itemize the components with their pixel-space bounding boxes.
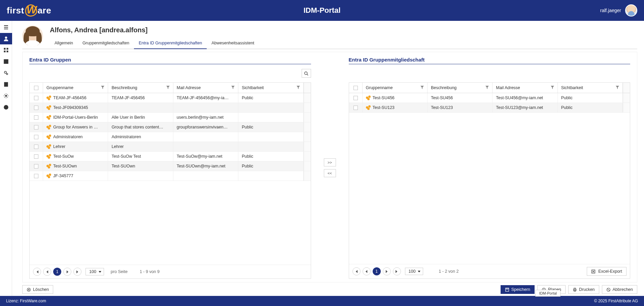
header-checkbox[interactable] bbox=[349, 83, 363, 93]
print-button[interactable]: Drucken bbox=[568, 285, 599, 294]
header-gruppenname[interactable]: Gruppenname bbox=[363, 83, 428, 93]
cell-sichtbarkeit: Public bbox=[238, 161, 303, 171]
cell-sichtbarkeit: Public bbox=[238, 152, 303, 161]
table-row[interactable]: IDM-Portal-Users-BerlinAlle User in Berl… bbox=[30, 113, 311, 122]
pager-next[interactable] bbox=[63, 268, 71, 276]
nav-settings-icon[interactable] bbox=[0, 90, 12, 102]
logo-ring: W bbox=[25, 4, 37, 16]
header-sichtbarkeit[interactable]: Sichtbarkeit bbox=[238, 83, 303, 93]
row-checkbox[interactable] bbox=[349, 103, 363, 112]
svg-rect-18 bbox=[574, 288, 576, 289]
search-button[interactable] bbox=[302, 69, 311, 78]
nav-grid-icon[interactable] bbox=[0, 44, 12, 56]
right-list: Entra ID Gruppenmitgliedschaft Gruppenna… bbox=[349, 57, 631, 279]
transfer-remove[interactable]: << bbox=[324, 169, 336, 177]
filter-icon[interactable] bbox=[616, 85, 619, 90]
cell-mail: Test-SU456@my-iam.net bbox=[493, 93, 557, 103]
nav-info-icon[interactable] bbox=[0, 102, 12, 113]
table-row[interactable]: Test-SUOwnTest-SUOwnTest-SUOwn@my-iam.ne… bbox=[30, 161, 311, 171]
page-size-select[interactable]: 100 bbox=[86, 268, 104, 275]
filter-icon[interactable] bbox=[551, 85, 554, 90]
pager-last[interactable] bbox=[73, 268, 81, 276]
cell-sichtbarkeit bbox=[238, 171, 303, 181]
cell-gruppenname: Lehrer bbox=[43, 142, 108, 151]
pager-first[interactable] bbox=[352, 267, 361, 275]
header-sichtbarkeit[interactable]: Sichtbarkeit bbox=[558, 83, 623, 93]
nav-widgets-icon[interactable] bbox=[0, 56, 12, 67]
table-row[interactable]: AdministratorenAdministratoren bbox=[30, 132, 311, 142]
filter-icon[interactable] bbox=[166, 85, 170, 90]
username: ralf.jaeger bbox=[600, 8, 621, 13]
nav-gear-icon[interactable] bbox=[0, 67, 12, 79]
header-mail[interactable]: Mail Adresse bbox=[493, 83, 557, 93]
table-row[interactable]: JF-345777 bbox=[30, 171, 311, 181]
filter-icon[interactable] bbox=[297, 85, 300, 90]
nav-clipboard-icon[interactable] bbox=[0, 79, 12, 90]
pager-prev[interactable] bbox=[43, 268, 51, 276]
header-mail[interactable]: Mail Adresse bbox=[173, 83, 238, 93]
row-checkbox[interactable] bbox=[30, 93, 43, 103]
pager-next[interactable] bbox=[383, 267, 391, 275]
cancel-button[interactable]: Abbrechen bbox=[602, 285, 637, 294]
row-checkbox[interactable] bbox=[30, 122, 43, 132]
row-checkbox[interactable] bbox=[30, 161, 43, 171]
cell-beschreibung: Lehrer bbox=[108, 142, 173, 151]
tab-entra-id-gruppen[interactable]: Entra ID Gruppenmitgliedschaften bbox=[134, 38, 207, 49]
table-row[interactable]: Test-SU123Test-SU123Test-SU123@my-iam.ne… bbox=[349, 103, 630, 113]
header-gruppenname[interactable]: Gruppenname bbox=[43, 83, 108, 93]
pager-prev[interactable] bbox=[363, 267, 371, 275]
cell-gruppenname: Test-SU456 bbox=[363, 93, 428, 103]
header-beschreibung[interactable]: Beschreibung bbox=[108, 83, 173, 93]
row-checkbox[interactable] bbox=[30, 113, 43, 122]
save-button[interactable]: Speichern bbox=[501, 285, 535, 294]
row-checkbox[interactable] bbox=[30, 171, 43, 181]
row-checkbox[interactable] bbox=[349, 93, 363, 103]
row-checkbox[interactable] bbox=[30, 103, 43, 112]
logo-text-left: first bbox=[7, 5, 24, 16]
footer: Lizenz: FirstWare.com © 2025 FirstAttrib… bbox=[0, 296, 644, 306]
table-row[interactable]: LehrerLehrer bbox=[30, 142, 311, 152]
table-row[interactable]: Test-SU456Test-SU456Test-SU456@my-iam.ne… bbox=[349, 93, 630, 103]
cell-beschreibung: Test-SuOw Test bbox=[108, 152, 173, 161]
header-beschreibung[interactable]: Beschreibung bbox=[428, 83, 493, 93]
nav-user-icon[interactable] bbox=[0, 33, 12, 44]
cell-gruppenname: Test-SuOw bbox=[43, 152, 108, 161]
cell-beschreibung: Test-SUOwn bbox=[108, 161, 173, 171]
filter-icon[interactable] bbox=[420, 85, 424, 90]
left-grid-header: Gruppenname Beschreibung Mail Adresse Si… bbox=[30, 83, 311, 93]
cell-sichtbarkeit: Public bbox=[238, 93, 303, 103]
pager-first[interactable] bbox=[33, 268, 41, 276]
table-row[interactable]: Test-SuOwTest-SuOw TestTest-SuOw@my-iam.… bbox=[30, 152, 311, 161]
cell-mail: Test-SUOwn@my-iam.net bbox=[173, 161, 238, 171]
group-icon bbox=[46, 105, 51, 110]
cell-beschreibung: Group that stores content… bbox=[108, 122, 173, 132]
logo-text-right: are bbox=[38, 5, 52, 16]
app-title: IDM-Portal bbox=[304, 6, 341, 15]
table-row[interactable]: Group for Answers in …Group that stores … bbox=[30, 122, 311, 132]
filter-icon[interactable] bbox=[231, 85, 235, 90]
row-checkbox[interactable] bbox=[30, 142, 43, 151]
row-checkbox[interactable] bbox=[30, 132, 43, 142]
table-row[interactable]: TEAM-JF-456456TEAM-JF-456456TEAM-JF-4564… bbox=[30, 93, 311, 103]
delete-button[interactable]: Löschen bbox=[22, 285, 53, 294]
excel-export-button[interactable]: Excel-Export bbox=[587, 267, 626, 276]
tab-abwesenheitsassistent[interactable]: Abwesenheitsassistent bbox=[207, 38, 259, 49]
user-area[interactable]: ralf.jaeger bbox=[600, 4, 637, 16]
tab-gruppenmitgliedschaften[interactable]: Gruppenmitgliedschaften bbox=[78, 38, 134, 49]
cell-sichtbarkeit bbox=[238, 142, 303, 151]
tab-allgemein[interactable]: Allgemein bbox=[50, 38, 78, 49]
table-row[interactable]: Test-JF094309345 bbox=[30, 103, 311, 113]
filter-icon[interactable] bbox=[485, 85, 489, 90]
svg-rect-4 bbox=[7, 51, 8, 52]
row-checkbox[interactable] bbox=[30, 152, 43, 161]
page-size-select[interactable]: 100 bbox=[405, 268, 423, 275]
cell-beschreibung: TEAM-JF-456456 bbox=[108, 93, 173, 103]
cell-sichtbarkeit bbox=[238, 132, 303, 142]
header-checkbox[interactable] bbox=[30, 83, 43, 93]
copyright-text: © 2025 FirstAttribute AG bbox=[594, 299, 638, 303]
filter-icon[interactable] bbox=[101, 85, 104, 90]
user-avatar[interactable] bbox=[625, 4, 637, 16]
nav-menu-icon[interactable] bbox=[0, 22, 12, 33]
transfer-add[interactable]: >> bbox=[324, 158, 336, 166]
pager-last[interactable] bbox=[393, 267, 401, 275]
